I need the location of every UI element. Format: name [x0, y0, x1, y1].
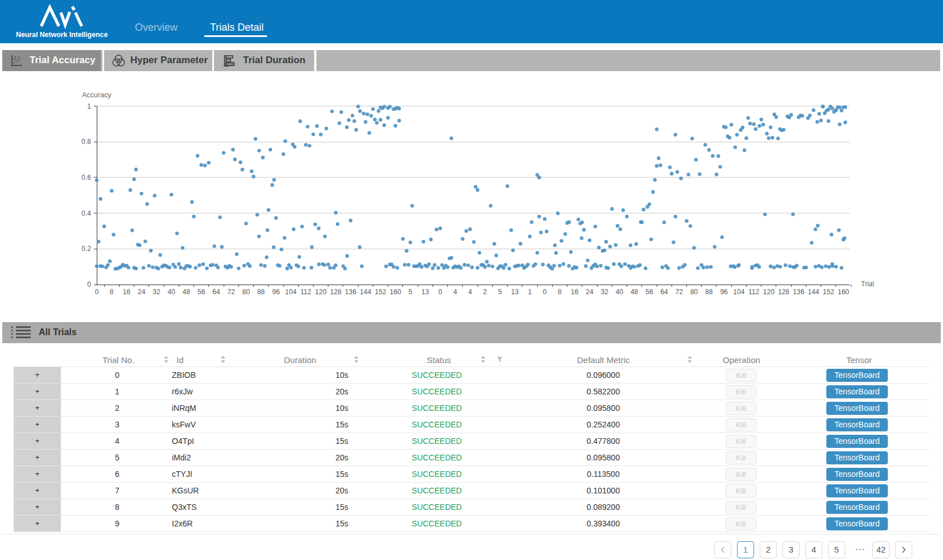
svg-text:56: 56: [197, 288, 205, 296]
svg-text:120: 120: [315, 288, 327, 296]
svg-text:16: 16: [571, 288, 579, 296]
svg-text:16: 16: [123, 288, 131, 296]
svg-text:80: 80: [690, 288, 698, 296]
svg-text:160: 160: [390, 288, 401, 296]
svg-text:128: 128: [778, 288, 789, 296]
svg-text:1: 1: [528, 288, 532, 296]
svg-text:0.8: 0.8: [81, 138, 91, 146]
svg-text:80: 80: [242, 288, 250, 296]
svg-text:0: 0: [543, 288, 547, 296]
svg-text:0.2: 0.2: [81, 245, 91, 253]
svg-text:24: 24: [138, 288, 146, 296]
svg-text:40: 40: [616, 288, 624, 296]
svg-text:32: 32: [601, 288, 609, 296]
svg-text:8: 8: [558, 288, 562, 296]
svg-text:Trial: Trial: [861, 280, 874, 288]
svg-text:0.4: 0.4: [81, 209, 91, 217]
svg-text:72: 72: [228, 288, 236, 296]
svg-text:2: 2: [483, 288, 487, 296]
svg-text:Accuracy: Accuracy: [82, 91, 112, 99]
svg-text:0.6: 0.6: [81, 174, 91, 182]
svg-text:32: 32: [153, 288, 160, 296]
svg-text:0: 0: [438, 288, 442, 296]
svg-text:40: 40: [168, 288, 176, 296]
svg-text:48: 48: [631, 288, 639, 296]
svg-text:13: 13: [511, 288, 519, 296]
svg-text:104: 104: [733, 288, 744, 296]
svg-text:72: 72: [676, 288, 683, 296]
svg-text:24: 24: [586, 288, 594, 296]
svg-text:88: 88: [257, 288, 265, 296]
svg-text:5: 5: [409, 288, 413, 296]
svg-text:144: 144: [360, 288, 371, 296]
svg-text:48: 48: [183, 288, 191, 296]
svg-text:144: 144: [808, 288, 819, 296]
svg-text:120: 120: [763, 288, 775, 296]
svg-text:88: 88: [705, 288, 713, 296]
svg-text:152: 152: [375, 288, 386, 296]
svg-text:136: 136: [793, 288, 804, 296]
svg-text:160: 160: [838, 288, 849, 296]
svg-text:112: 112: [300, 288, 311, 296]
svg-text:1: 1: [87, 102, 91, 110]
svg-text:4: 4: [453, 288, 457, 296]
svg-text:64: 64: [660, 288, 668, 296]
svg-text:136: 136: [345, 288, 356, 296]
svg-text:8: 8: [110, 288, 114, 296]
svg-text:13: 13: [422, 288, 430, 296]
svg-text:96: 96: [272, 288, 280, 296]
svg-text:5: 5: [498, 288, 502, 296]
svg-text:0: 0: [95, 288, 99, 296]
svg-text:152: 152: [823, 288, 834, 296]
svg-text:4: 4: [468, 288, 472, 296]
svg-text:104: 104: [285, 288, 297, 296]
svg-text:64: 64: [212, 288, 220, 296]
svg-text:128: 128: [330, 288, 341, 296]
svg-text:96: 96: [720, 288, 728, 296]
svg-text:56: 56: [645, 288, 653, 296]
svg-text:0: 0: [87, 281, 91, 289]
svg-text:112: 112: [748, 288, 759, 296]
